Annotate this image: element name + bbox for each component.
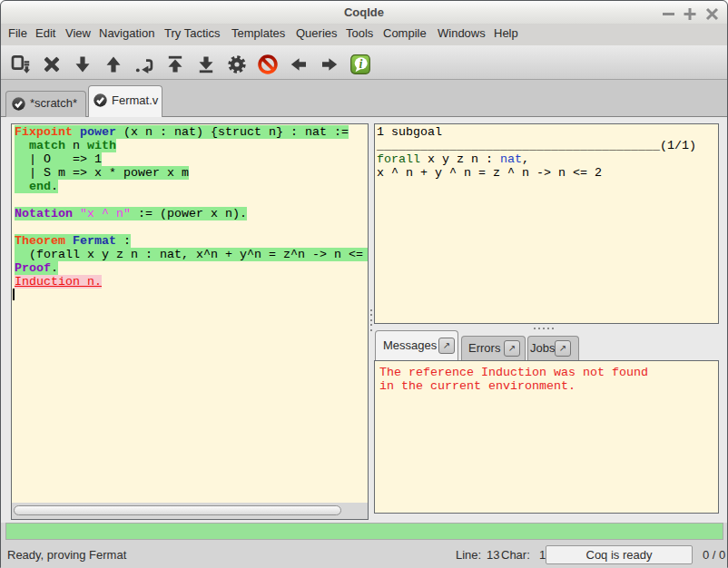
svg-text:i: i — [359, 57, 363, 71]
